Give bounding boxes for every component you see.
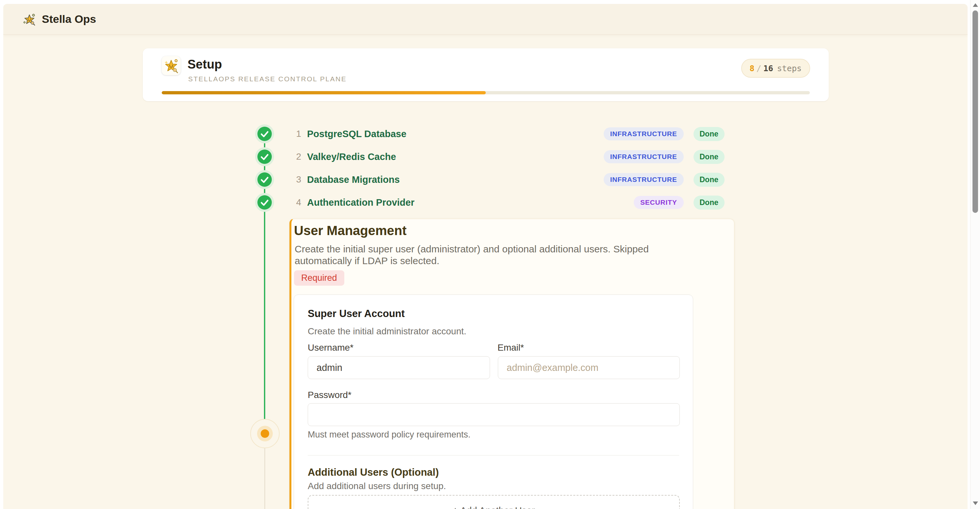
scrollbar-thumb[interactable] [972,10,978,213]
password-label: Password* [308,390,352,400]
steps-count-slash: / [757,63,762,73]
additional-users-description: Add additional users during setup. [308,481,446,492]
current-step-indicator [250,419,280,448]
setup-step-row[interactable]: 3 Database Migrations INFRASTRUCTURE Don… [255,172,725,187]
step-complete-check-icon [258,127,272,141]
step-title: Authentication Provider [307,197,415,208]
step-complete-check-icon [258,195,272,209]
username-input[interactable] [308,356,490,379]
top-navigation-bar: Stella Ops [3,4,967,35]
scroll-down-arrow[interactable] [973,501,978,505]
steps-done-count: 8 [750,63,755,73]
email-label: Email* [498,343,524,353]
brand-link[interactable]: Stella Ops [23,13,96,26]
step-badges: INFRASTRUCTURE Done [604,173,725,187]
step-number: 2 [288,152,301,162]
setup-header-card: Setup STELLAOPS RELEASE CONTROL PLANE 8 … [143,48,829,101]
step-title: Valkey/Redis Cache [307,152,396,162]
step-category-badge: INFRASTRUCTURE [604,173,684,186]
setup-step-row[interactable]: 4 Authentication Provider SECURITY Done [255,195,725,209]
brand-title: Stella Ops [42,13,96,25]
setup-progress-fill [162,91,486,94]
super-user-description: Create the initial administrator account… [308,326,466,337]
step-complete-check-icon [258,172,272,187]
user-management-title: User Management [294,223,407,238]
scroll-up-arrow[interactable] [973,3,978,7]
setup-subtitle: STELLAOPS RELEASE CONTROL PLANE [188,75,347,83]
step-status-badge: Done [694,127,725,141]
app-window: Stella Ops Setup STELLAOPS RELEASE [3,4,967,509]
section-divider [308,455,679,455]
add-another-user-button[interactable]: + Add Another User [308,495,680,509]
setup-step-row[interactable]: 2 Valkey/Redis Cache INFRASTRUCTURE Done [255,149,725,164]
step-complete-check-icon [258,149,272,164]
current-step-dot [261,429,269,438]
step-title: PostgreSQL Database [307,128,406,140]
step-badges: INFRASTRUCTURE Done [604,127,725,141]
steps-total-count: 16 [764,63,773,73]
step-number: 3 [288,174,301,185]
password-hint: Must meet password policy requirements. [308,430,470,440]
step-number: 4 [288,197,301,208]
user-management-description: Create the initial super user (administr… [295,243,674,267]
step-title: Database Migrations [307,174,400,185]
super-user-card: Super User Account Create the initial ad… [294,295,693,509]
email-input[interactable] [498,356,680,379]
super-user-title: Super User Account [308,308,405,320]
step-status-badge: Done [694,173,725,187]
required-badge: Required [294,270,344,286]
step-category-badge: INFRASTRUCTURE [604,150,684,163]
step-badges: SECURITY Done [634,195,725,209]
setup-progress-bar [162,91,810,94]
step-category-badge: INFRASTRUCTURE [604,127,684,140]
setup-page-title: Setup [188,57,222,71]
password-input[interactable] [308,403,680,426]
additional-users-title: Additional Users (Optional) [308,466,439,478]
vertical-scrollbar [970,0,980,509]
screen: Stella Ops Setup STELLAOPS RELEASE [0,0,980,509]
step-status-badge: Done [694,195,725,209]
step-number: 1 [288,128,301,139]
setup-mascot-icon [162,56,181,75]
step-badges: INFRASTRUCTURE Done [604,150,725,164]
steps-counter-badge: 8 / 16 steps [741,59,810,78]
steps-word: steps [777,63,802,73]
step-status-badge: Done [694,150,725,164]
star-mascot-icon [23,13,36,26]
step-category-badge: SECURITY [634,196,684,209]
setup-step-row[interactable]: 1 PostgreSQL Database INFRASTRUCTURE Don… [255,127,725,141]
username-label: Username* [308,343,353,353]
